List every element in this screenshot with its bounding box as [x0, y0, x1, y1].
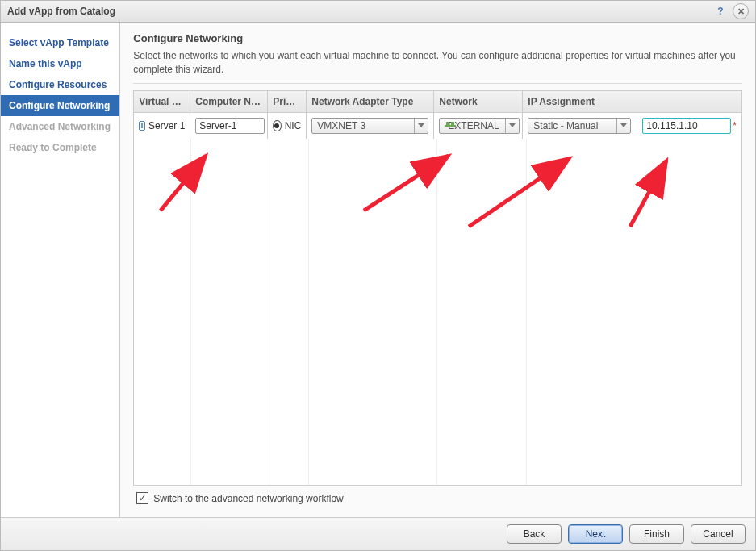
next-button[interactable]: Next: [568, 524, 623, 544]
col-ip-assignment[interactable]: IP Assignment: [523, 91, 741, 112]
col-adapter-type[interactable]: Network Adapter Type: [307, 91, 434, 112]
grid-header: Virtual Machi Computer Nam Primar Networ…: [134, 91, 741, 113]
sidebar-item-select-template[interactable]: Select vApp Template: [1, 32, 119, 53]
sidebar-item-advanced-networking[interactable]: Advanced Networking: [1, 116, 119, 137]
cell-ip-assignment: Static - Manual *: [523, 113, 741, 139]
dialog-body: Select vApp Template Name this vApp Conf…: [1, 23, 755, 517]
computer-name-input[interactable]: [195, 118, 265, 134]
vm-icon: [139, 121, 145, 131]
col-network[interactable]: Network: [434, 91, 523, 112]
chevron-down-icon: [616, 119, 630, 133]
cell-network: EXTERNAL_DIRI: [434, 113, 523, 139]
advanced-networking-label: Switch to the advanced networking workfl…: [153, 493, 343, 504]
cell-adapter: VMXNET 3: [307, 113, 434, 139]
wizard-sidebar: Select vApp Template Name this vApp Conf…: [1, 23, 120, 517]
chevron-down-icon: [505, 119, 519, 133]
dialog-footer: Back Next Finish Cancel: [1, 517, 755, 550]
cancel-button[interactable]: Cancel: [691, 524, 746, 544]
advanced-networking-checkbox[interactable]: ✓: [136, 492, 148, 504]
page-description: Select the networks to which you want ea…: [133, 49, 742, 84]
required-indicator: *: [733, 120, 737, 131]
cell-computer-name: [190, 113, 268, 139]
primary-nic-label: NIC: [285, 120, 302, 131]
sidebar-item-configure-resources[interactable]: Configure Resources: [1, 74, 119, 95]
dialog: Add vApp from Catalog ? ✕ Select vApp Te…: [0, 0, 756, 551]
back-button[interactable]: Back: [507, 524, 562, 544]
networking-grid: Virtual Machi Computer Nam Primar Networ…: [133, 90, 742, 486]
network-value: EXTERNAL_DIRI: [440, 120, 505, 131]
chevron-down-icon: [414, 119, 428, 133]
network-select[interactable]: EXTERNAL_DIRI: [439, 118, 520, 134]
help-icon[interactable]: ?: [713, 4, 728, 19]
network-text: EXTERNAL_DIRI: [448, 120, 505, 131]
advanced-networking-toggle-row: ✓ Switch to the advanced networking work…: [133, 486, 742, 511]
page-title: Configure Networking: [133, 32, 742, 44]
primary-nic-radio[interactable]: [273, 120, 281, 131]
col-computer-name[interactable]: Computer Nam: [190, 91, 268, 112]
col-virtual-machine[interactable]: Virtual Machi: [134, 91, 190, 112]
table-row: Server 1 NIC VMXNET 3: [134, 113, 741, 139]
grid-body: Server 1 NIC VMXNET 3: [134, 113, 741, 485]
sidebar-item-configure-networking[interactable]: Configure Networking: [1, 95, 119, 116]
ip-address-input[interactable]: [642, 118, 731, 134]
titlebar: Add vApp from Catalog ? ✕: [1, 1, 755, 23]
col-primary[interactable]: Primar: [268, 91, 307, 112]
ip-mode-select[interactable]: Static - Manual: [528, 118, 631, 134]
cell-primary-nic: NIC: [268, 113, 307, 139]
grid-lines: [134, 139, 741, 485]
cell-vm: Server 1: [134, 113, 190, 139]
sidebar-item-ready-to-complete[interactable]: Ready to Complete: [1, 137, 119, 158]
close-icon[interactable]: ✕: [733, 3, 749, 19]
dialog-title: Add vApp from Catalog: [7, 6, 708, 17]
finish-button[interactable]: Finish: [629, 524, 684, 544]
main-panel: Configure Networking Select the networks…: [120, 23, 755, 517]
vm-name: Server 1: [148, 120, 185, 131]
adapter-type-select[interactable]: VMXNET 3: [311, 118, 428, 134]
sidebar-item-name-vapp[interactable]: Name this vApp: [1, 53, 119, 74]
adapter-type-value: VMXNET 3: [312, 120, 414, 131]
ip-mode-value: Static - Manual: [528, 120, 616, 131]
